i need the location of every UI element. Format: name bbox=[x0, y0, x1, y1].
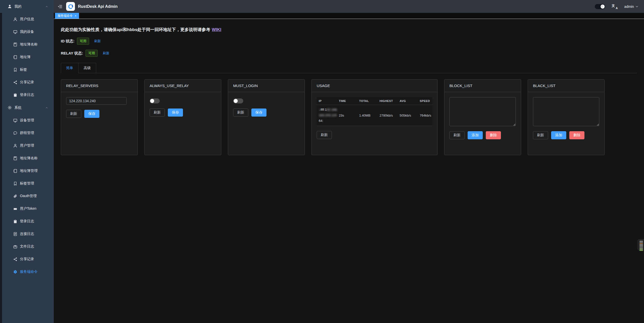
sidebar-item-file-logs[interactable]: 文件日志 bbox=[0, 240, 54, 253]
minimap-line bbox=[639, 250, 643, 250]
card-body: 刷新保存 bbox=[61, 92, 138, 123]
item-label: 登录日志 bbox=[20, 93, 34, 97]
item-label: 用户管理 bbox=[20, 143, 34, 148]
delete-button[interactable]: 删除 bbox=[486, 131, 501, 139]
sidebar-item-address-book-names[interactable]: 地址簿名称 bbox=[0, 38, 54, 51]
add-button[interactable]: 添加 bbox=[468, 131, 483, 139]
item-label: 连接日志 bbox=[20, 232, 34, 236]
add-button[interactable]: 添加 bbox=[551, 131, 566, 139]
sidebar-item-share-records-sys[interactable]: 分享记录 bbox=[0, 253, 54, 265]
sidebar-item-server-commands[interactable]: 服务端命令 bbox=[0, 265, 54, 278]
card-body: 刷新保存 bbox=[145, 92, 221, 122]
item-label: Oauth管理 bbox=[20, 194, 37, 198]
tab-server-commands[interactable]: 服务端命令 × bbox=[55, 13, 79, 19]
relay-servers-input[interactable] bbox=[66, 97, 127, 105]
sidebar-item-group-management[interactable]: 群组管理 bbox=[0, 127, 54, 139]
sidebar-item-share-records[interactable]: 分享记录 bbox=[0, 76, 54, 89]
item-label: 用户Token bbox=[20, 206, 36, 211]
sidebar-item-user-token[interactable]: 用户Token bbox=[0, 202, 54, 215]
save-button[interactable]: 保存 bbox=[84, 110, 99, 118]
tab-advanced[interactable]: 高级 bbox=[78, 63, 96, 73]
mode-tabs: 简单 高级 bbox=[61, 63, 637, 73]
refresh-button[interactable]: 刷新 bbox=[150, 109, 165, 117]
black-list-textarea[interactable] bbox=[533, 97, 599, 126]
always-use-relay-toggle[interactable] bbox=[150, 98, 160, 103]
sidebar-item-connection-logs[interactable]: 连接日志 bbox=[0, 228, 54, 240]
item-label: 群组管理 bbox=[20, 131, 34, 135]
sidebar: 我的用户信息我的设备地址簿名称地址簿标签分享记录登录日志系统设备管理群组管理用户… bbox=[0, 0, 54, 323]
experimental-notice: 此处功能为实验性质，请确保api和hbbs处于同一回环地址下，更多说明请参考WI… bbox=[61, 27, 637, 33]
refresh-button[interactable]: 刷新 bbox=[449, 131, 465, 139]
refresh-button[interactable]: 刷新 bbox=[233, 109, 248, 117]
save-button[interactable]: 保存 bbox=[168, 109, 183, 117]
sidebar-section-my[interactable]: 我的 bbox=[0, 0, 54, 13]
sidebar-item-device-management[interactable]: 设备管理 bbox=[0, 114, 54, 127]
sidebar-item-my-devices[interactable]: 我的设备 bbox=[0, 25, 54, 38]
ip-line: 64: bbox=[319, 118, 339, 124]
refresh-button[interactable]: 刷新 bbox=[66, 110, 81, 118]
id-status-refresh-link[interactable]: 刷新 bbox=[94, 39, 101, 43]
sidebar-fold-icon[interactable] bbox=[58, 4, 63, 9]
sidebar-item-tag-management[interactable]: 标签管理 bbox=[0, 177, 54, 190]
minimap-line bbox=[639, 243, 643, 244]
minimap-line bbox=[639, 246, 643, 246]
tab-close-icon[interactable]: × bbox=[75, 14, 76, 18]
ip-line: ::ffff:192.168. bbox=[319, 107, 339, 113]
card-title: RELAY_SERVERS bbox=[61, 79, 138, 92]
redacted-text: 183.203.115 bbox=[319, 113, 337, 117]
doc-icon bbox=[13, 232, 17, 236]
column-header: TOTAL bbox=[359, 99, 380, 102]
sidebar-item-login-logs[interactable]: 登录日志 bbox=[0, 89, 54, 101]
item-label: 地址簿名称 bbox=[20, 156, 38, 160]
column-header: AVG bbox=[400, 99, 420, 102]
usage-table: IPTIMETOTALHIGHESTAVGSPEED::ffff:192.168… bbox=[317, 97, 432, 126]
ip-text: 64: bbox=[319, 119, 323, 123]
relay-status-badge: 可用 bbox=[86, 50, 98, 57]
rustdesk-logo bbox=[66, 2, 75, 11]
ip-line: 183.203.115 bbox=[319, 113, 339, 118]
card-actions: 刷新保存 bbox=[66, 110, 132, 118]
language-switch-icon[interactable]: 文 A bbox=[612, 4, 618, 9]
ip-cell: ::ffff:192.168.183.203.11564: bbox=[319, 107, 339, 124]
edge-minimap-overlay[interactable] bbox=[638, 239, 644, 250]
column-header: TIME bbox=[339, 99, 359, 102]
sidebar-item-address-book-management[interactable]: 地址簿管理 bbox=[0, 165, 54, 177]
relay-status-refresh-link[interactable]: 刷新 bbox=[103, 51, 109, 56]
save-button[interactable]: 保存 bbox=[251, 109, 266, 117]
card-body: 刷新添加删除 bbox=[444, 92, 521, 144]
card-title: USAGE bbox=[312, 79, 437, 92]
delete-button[interactable]: 删除 bbox=[569, 131, 584, 139]
notebook2-icon bbox=[13, 169, 17, 173]
card-actions: 刷新保存 bbox=[233, 109, 300, 117]
block-list-textarea[interactable] bbox=[449, 97, 516, 126]
card-actions: 刷新添加删除 bbox=[449, 131, 516, 139]
user-menu[interactable]: admin bbox=[624, 5, 638, 9]
sidebar-item-login-logs-sys[interactable]: 登录日志 bbox=[0, 215, 54, 228]
usage-table-header: IPTIMETOTALHIGHESTAVGSPEED bbox=[317, 97, 432, 105]
card-actions: 刷新保存 bbox=[150, 109, 216, 117]
user-name: admin bbox=[624, 5, 634, 9]
sidebar-item-user-info[interactable]: 用户信息 bbox=[0, 13, 54, 25]
chevron-up-icon bbox=[45, 106, 48, 109]
sidebar-item-user-management[interactable]: 用户管理 bbox=[0, 139, 54, 152]
chevron-down-icon bbox=[635, 5, 638, 8]
dark-mode-toggle[interactable]: ☾ bbox=[595, 4, 605, 9]
main-content: 此处功能为实验性质，请确保api和hbbs处于同一回环地址下，更多说明请参考WI… bbox=[54, 19, 644, 323]
wiki-link[interactable]: WIKI bbox=[212, 27, 221, 32]
column-header: IP bbox=[319, 99, 339, 102]
sidebar-item-address-book-names-sys[interactable]: 地址簿名称 bbox=[0, 152, 54, 165]
must-login-toggle[interactable] bbox=[233, 98, 243, 103]
minimap-line bbox=[639, 246, 643, 247]
relay-status-row: RELAY 状态: 可用 刷新 bbox=[61, 50, 637, 57]
sidebar-item-tags[interactable]: 标签 bbox=[0, 63, 54, 76]
tab-simple[interactable]: 简单 bbox=[61, 63, 78, 73]
card-title: BLACK_LIST bbox=[528, 79, 604, 92]
refresh-button[interactable]: 刷新 bbox=[317, 131, 332, 139]
section-label: 我的 bbox=[14, 4, 21, 9]
sidebar-item-address-book[interactable]: 地址簿 bbox=[0, 51, 54, 63]
card-actions: 刷新添加删除 bbox=[533, 131, 599, 139]
refresh-button[interactable]: 刷新 bbox=[533, 131, 548, 139]
sidebar-item-oauth-management[interactable]: Oauth管理 bbox=[0, 190, 54, 202]
sidebar-section-system[interactable]: 系统 bbox=[0, 101, 54, 114]
user-filled-icon bbox=[8, 4, 12, 9]
